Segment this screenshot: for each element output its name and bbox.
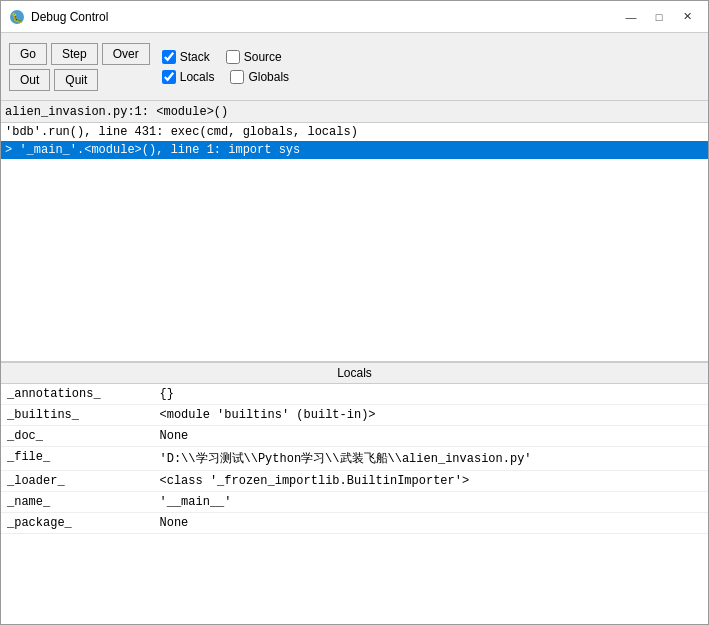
stack-panel[interactable]: 'bdb'.run(), line 431: exec(cmd, globals… <box>1 123 708 363</box>
locals-value-1: <module 'builtins' (built-in)> <box>154 405 709 426</box>
locals-value-2: None <box>154 426 709 447</box>
status-text: alien_invasion.py:1: <module>() <box>5 105 228 119</box>
source-checkbox[interactable] <box>226 50 240 64</box>
stack-area: 'bdb'.run(), line 431: exec(cmd, globals… <box>1 123 708 363</box>
out-button[interactable]: Out <box>9 69 50 91</box>
locals-checkbox-label[interactable]: Locals <box>162 70 215 84</box>
window-icon: 🐛 <box>9 9 25 25</box>
toolbar: Go Step Over Out Quit Stack Source <box>1 33 708 101</box>
checkbox-row-2: Locals Globals <box>162 70 289 84</box>
svg-text:🐛: 🐛 <box>11 11 24 24</box>
toolbar-row-2: Out Quit <box>9 69 150 91</box>
table-row: _doc_ None <box>1 426 708 447</box>
locals-value-6: None <box>154 513 709 534</box>
locals-area: Locals _annotations_ {} _builtins_ <modu… <box>1 363 708 624</box>
stack-checkbox-label[interactable]: Stack <box>162 50 210 64</box>
globals-checkbox[interactable] <box>230 70 244 84</box>
minimize-button[interactable]: — <box>618 7 644 27</box>
window-title: Debug Control <box>31 10 618 24</box>
table-row: _file_ 'D:\\学习测试\\Python学习\\武装飞船\\alien_… <box>1 447 708 471</box>
locals-value-3: 'D:\\学习测试\\Python学习\\武装飞船\\alien_invasio… <box>154 447 709 471</box>
window-controls: — □ ✕ <box>618 7 700 27</box>
stack-checkbox[interactable] <box>162 50 176 64</box>
close-button[interactable]: ✕ <box>674 7 700 27</box>
checkboxes-panel: Stack Source Locals Globals <box>162 50 289 84</box>
quit-button[interactable]: Quit <box>54 69 98 91</box>
checkbox-row-1: Stack Source <box>162 50 289 64</box>
table-row: _annotations_ {} <box>1 384 708 405</box>
main-content: 'bdb'.run(), line 431: exec(cmd, globals… <box>1 123 708 624</box>
table-row: _loader_ <class '_frozen_importlib.Built… <box>1 471 708 492</box>
stack-item-1-text: > '_main_'.<module>(), line 1: import sy… <box>5 143 300 157</box>
locals-name-0: _annotations_ <box>1 384 154 405</box>
locals-header: Locals <box>1 363 708 384</box>
globals-checkbox-label[interactable]: Globals <box>230 70 289 84</box>
locals-label: Locals <box>180 70 215 84</box>
locals-name-4: _loader_ <box>1 471 154 492</box>
stack-item-0-text: 'bdb'.run(), line 431: exec(cmd, globals… <box>5 125 358 139</box>
toolbar-buttons: Go Step Over Out Quit <box>9 43 150 91</box>
stack-item-1[interactable]: > '_main_'.<module>(), line 1: import sy… <box>1 141 708 159</box>
over-button[interactable]: Over <box>102 43 150 65</box>
locals-panel[interactable]: _annotations_ {} _builtins_ <module 'bui… <box>1 384 708 624</box>
locals-name-6: _package_ <box>1 513 154 534</box>
table-row: _name_ '__main__' <box>1 492 708 513</box>
stack-label: Stack <box>180 50 210 64</box>
stack-item-0[interactable]: 'bdb'.run(), line 431: exec(cmd, globals… <box>1 123 708 141</box>
locals-value-4: <class '_frozen_importlib.BuiltinImporte… <box>154 471 709 492</box>
step-button[interactable]: Step <box>51 43 98 65</box>
table-row: _package_ None <box>1 513 708 534</box>
locals-name-5: _name_ <box>1 492 154 513</box>
locals-value-5: '__main__' <box>154 492 709 513</box>
locals-table: _annotations_ {} _builtins_ <module 'bui… <box>1 384 708 534</box>
locals-name-1: _builtins_ <box>1 405 154 426</box>
status-bar: alien_invasion.py:1: <module>() <box>1 101 708 123</box>
debug-control-window: 🐛 Debug Control — □ ✕ Go Step Over Out Q… <box>0 0 709 625</box>
locals-value-0: {} <box>154 384 709 405</box>
locals-name-3: _file_ <box>1 447 154 471</box>
locals-header-text: Locals <box>337 366 372 380</box>
locals-name-2: _doc_ <box>1 426 154 447</box>
source-checkbox-label[interactable]: Source <box>226 50 282 64</box>
globals-label: Globals <box>248 70 289 84</box>
source-label: Source <box>244 50 282 64</box>
locals-checkbox[interactable] <box>162 70 176 84</box>
maximize-button[interactable]: □ <box>646 7 672 27</box>
title-bar: 🐛 Debug Control — □ ✕ <box>1 1 708 33</box>
toolbar-row-1: Go Step Over <box>9 43 150 65</box>
go-button[interactable]: Go <box>9 43 47 65</box>
table-row: _builtins_ <module 'builtins' (built-in)… <box>1 405 708 426</box>
